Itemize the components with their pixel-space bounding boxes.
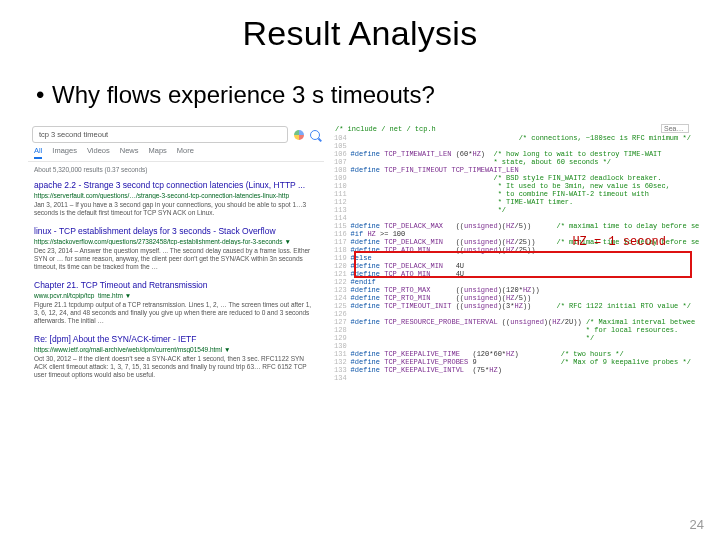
line-number: 121 (332, 270, 351, 278)
code-line: 128 * for local resources. (332, 326, 699, 334)
slide-title: Result Analysis (28, 14, 692, 53)
code-line: 127#define TCP_RESOURCE_PROBE_INTERVAL (… (332, 318, 699, 326)
code-line: 115#define TCP_DELACK_MAX ((unsigned)(HZ… (332, 222, 699, 230)
google-result[interactable]: Re: [dpm] About the SYN/ACK-timer - IETF… (28, 331, 324, 385)
code-line: 124#define TCP_RTO_MIN ((unsigned)(HZ/5)… (332, 294, 699, 302)
line-content: #define TCP_KEEPALIVE_PROBES 9 /* Max of… (351, 358, 700, 366)
line-number: 132 (332, 358, 351, 366)
line-number: 126 (332, 310, 351, 318)
code-line: 121#define TCP_ATO_MIN 4U (332, 270, 699, 278)
google-result[interactable]: apache 2.2 - Strange 3 second tcp connec… (28, 177, 324, 223)
line-content: */ (351, 206, 700, 214)
line-content: #define TCP_ATO_MIN 4U (351, 270, 700, 278)
code-line: 131#define TCP_KEEPALIVE_TIME (120*60*HZ… (332, 350, 699, 358)
line-number: 130 (332, 342, 351, 350)
line-number: 112 (332, 198, 351, 206)
code-line: 133#define TCP_KEEPALIVE_INTVL (75*HZ) (332, 366, 699, 374)
google-panel: tcp 3 second timeout All Images Videos N… (28, 123, 324, 385)
line-number: 125 (332, 302, 351, 310)
line-content: /* connections, ~180sec is RFC minimum *… (351, 134, 700, 142)
code-line: 129 */ (332, 334, 699, 342)
result-desc: Figure 21.1 tcpdump output of a TCP retr… (34, 301, 318, 325)
line-number: 109 (332, 174, 351, 182)
line-content: * TIME-WAIT timer. (351, 198, 700, 206)
result-url: https://serverfault.com/questions/…/stra… (34, 192, 318, 199)
google-tabs: All Images Videos News Maps More (28, 146, 324, 162)
line-number: 106 (332, 150, 351, 158)
code-line: 106#define TCP_TIMEWAIT_LEN (60*HZ) /* h… (332, 150, 699, 158)
line-number: 124 (332, 294, 351, 302)
code-line: 123#define TCP_RTO_MAX ((unsigned)(120*H… (332, 286, 699, 294)
line-number: 128 (332, 326, 351, 334)
line-content: * state, about 60 seconds */ (351, 158, 700, 166)
code-line: 125#define TCP_TIMEOUT_INIT ((unsigned)(… (332, 302, 699, 310)
line-number: 114 (332, 214, 351, 222)
line-number: 134 (332, 374, 351, 382)
line-number: 118 (332, 246, 351, 254)
line-content: #define TCP_KEEPALIVE_TIME (120*60*HZ) /… (351, 350, 700, 358)
google-result[interactable]: linux - TCP establishment delays for 3 s… (28, 223, 324, 277)
line-content: #endif (351, 278, 700, 286)
line-number: 104 (332, 134, 351, 142)
google-stats: About 5,320,000 results (0.37 seconds) (28, 162, 324, 177)
line-content: * It used to be 3min, new value is 60sec… (351, 182, 700, 190)
code-line: 114 (332, 214, 699, 222)
line-number: 122 (332, 278, 351, 286)
line-number: 105 (332, 142, 351, 150)
google-result[interactable]: Chapter 21. TCP Timeout and Retransmissi… (28, 277, 324, 331)
line-content (351, 374, 700, 382)
line-number: 133 (332, 366, 351, 374)
page-number: 24 (690, 517, 704, 532)
tab-images[interactable]: Images (52, 146, 77, 159)
tab-videos[interactable]: Videos (87, 146, 110, 159)
result-url: https://www.ietf.org/mail-archive/web/dp… (34, 346, 318, 353)
result-title[interactable]: Re: [dpm] About the SYN/ACK-timer - IETF (34, 334, 318, 345)
line-number: 110 (332, 182, 351, 190)
code-panel: /* include / net / tcp.h 104 /* connecti… (332, 123, 692, 385)
result-desc: Jan 3, 2011 – If you have a 3 second gap… (34, 201, 318, 217)
line-number: 129 (332, 334, 351, 342)
search-icon[interactable] (310, 130, 320, 140)
tab-maps[interactable]: Maps (149, 146, 167, 159)
code-line: 108#define TCP_FIN_TIMEOUT TCP_TIMEWAIT_… (332, 166, 699, 174)
google-query[interactable]: tcp 3 second timeout (32, 126, 288, 143)
line-number: 120 (332, 262, 351, 270)
result-title[interactable]: Chapter 21. TCP Timeout and Retransmissi… (34, 280, 318, 291)
mic-icon[interactable] (294, 130, 304, 140)
code-line: 113 */ (332, 206, 699, 214)
code-search-input[interactable] (661, 124, 689, 133)
result-title[interactable]: linux - TCP establishment delays for 3 s… (34, 226, 318, 237)
code-line: 120#define TCP_DELACK_MIN 4U (332, 262, 699, 270)
tab-all[interactable]: All (34, 146, 42, 159)
line-content: #else (351, 254, 700, 262)
code-line: 107 * state, about 60 seconds */ (332, 158, 699, 166)
code-line: 132#define TCP_KEEPALIVE_PROBES 9 /* Max… (332, 358, 699, 366)
line-number: 115 (332, 222, 351, 230)
code-line: 119#else (332, 254, 699, 262)
line-content: #define TCP_TIMEWAIT_LEN (60*HZ) /* how … (351, 150, 700, 158)
line-content: #define TCP_TIMEOUT_INIT ((unsigned)(3*H… (351, 302, 700, 310)
code-line: 105 (332, 142, 699, 150)
line-content: #define TCP_RTO_MAX ((unsigned)(120*HZ)) (351, 286, 700, 294)
result-title[interactable]: apache 2.2 - Strange 3 second tcp connec… (34, 180, 318, 191)
line-number: 123 (332, 286, 351, 294)
result-desc: Oct 30, 2012 – If the client doesn't see… (34, 355, 318, 379)
line-content: #define TCP_RTO_MIN ((unsigned)(HZ/5)) (351, 294, 700, 302)
line-content: * for local resources. (351, 326, 700, 334)
google-searchbar: tcp 3 second timeout (28, 123, 324, 146)
code-line: 122#endif (332, 278, 699, 286)
code-file-hint: /* include / net / tcp.h (332, 123, 692, 134)
line-content: * to combine FIN-WAIT-2 timeout with (351, 190, 700, 198)
line-content (351, 214, 700, 222)
line-content: #define TCP_FIN_TIMEOUT TCP_TIMEWAIT_LEN (351, 166, 700, 174)
line-content: #define TCP_DELACK_MAX ((unsigned)(HZ/5)… (351, 222, 700, 230)
line-number: 111 (332, 190, 351, 198)
result-desc: Dec 23, 2014 – Answer the question mysel… (34, 247, 318, 271)
tab-news[interactable]: News (120, 146, 139, 159)
tab-more[interactable]: More (177, 146, 194, 159)
line-content (351, 142, 700, 150)
hz-annotation: HZ = 1 second (572, 235, 666, 249)
bullet-text: Why flows experience 3 s timeouts? (52, 81, 435, 108)
line-number: 113 (332, 206, 351, 214)
code-line: 110 * It used to be 3min, new value is 6… (332, 182, 699, 190)
